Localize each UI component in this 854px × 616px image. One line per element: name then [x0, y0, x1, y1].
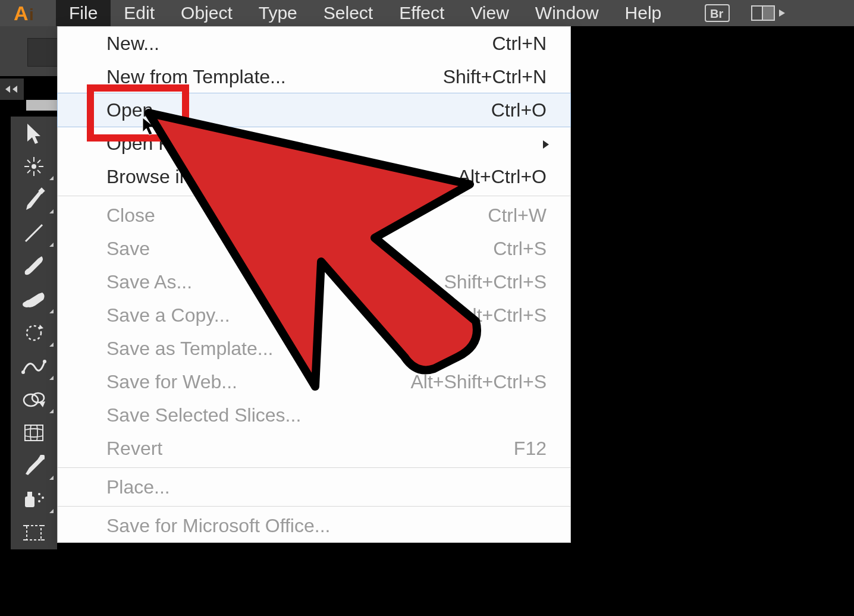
- rotate-tool[interactable]: [11, 316, 57, 350]
- blob-brush-tool[interactable]: [11, 283, 57, 316]
- file-menu-open-recent-files[interactable]: Open Recent Files: [58, 127, 570, 160]
- tool-flyout-indicator-icon: [49, 176, 54, 180]
- artboard-tool[interactable]: [11, 516, 57, 549]
- menu-select[interactable]: Select: [310, 0, 386, 26]
- menu-item-label: Save a Copy...: [106, 304, 460, 326]
- svg-rect-34: [27, 492, 32, 498]
- menu-file[interactable]: File: [56, 0, 111, 26]
- file-menu-place: Place...: [58, 470, 570, 504]
- menu-item-label: Close: [106, 205, 488, 227]
- eyedropper-tool[interactable]: [11, 450, 57, 483]
- file-menu-save-for-web: Save for Web...Alt+Shift+Ctrl+S: [58, 365, 570, 398]
- magic-wand-tool[interactable]: [11, 150, 57, 183]
- tools-panel: [11, 117, 57, 549]
- svg-point-36: [42, 496, 44, 499]
- file-menu-save: SaveCtrl+S: [58, 232, 570, 265]
- file-menu-save-as: Save As...Shift+Ctrl+S: [58, 265, 570, 298]
- menu-view[interactable]: View: [457, 0, 522, 26]
- shape-builder-tool[interactable]: [11, 383, 57, 416]
- svg-text:A: A: [14, 2, 29, 24]
- svg-text:i: i: [29, 5, 34, 24]
- menu-item-label: Place...: [106, 476, 547, 498]
- menu-item-label: Save for Microsoft Office...: [106, 515, 547, 537]
- file-menu-save-for-microsoft-office: Save for Microsoft Office...: [58, 509, 570, 542]
- tool-flyout-indicator-icon: [49, 376, 54, 380]
- bridge-icon[interactable]: Br: [704, 2, 730, 24]
- menu-label: Edit: [124, 3, 155, 23]
- menu-item-label: Open Recent Files: [106, 133, 542, 155]
- svg-point-28: [24, 394, 38, 406]
- tool-flyout-indicator-icon: [49, 476, 54, 480]
- file-menu-save-selected-slices: Save Selected Slices...: [58, 398, 570, 432]
- paintbrush-tool[interactable]: [11, 250, 57, 283]
- file-menu-dropdown: New...Ctrl+NNew from Template...Shift+Ct…: [57, 26, 571, 543]
- symbol-sprayer-tool[interactable]: [11, 483, 57, 516]
- svg-point-26: [21, 370, 25, 374]
- file-menu-close: CloseCtrl+W: [58, 199, 570, 232]
- menu-item-label: New...: [106, 33, 492, 55]
- menu-item-shortcut: Ctrl+O: [491, 99, 547, 121]
- svg-marker-9: [5, 86, 10, 93]
- svg-line-19: [27, 170, 30, 173]
- menu-help[interactable]: Help: [612, 0, 675, 26]
- svg-point-24: [27, 326, 41, 340]
- menu-divider: [58, 506, 570, 507]
- width-tool[interactable]: [11, 350, 57, 383]
- mesh-tool[interactable]: [11, 416, 57, 450]
- menu-label: Type: [259, 3, 297, 23]
- menu-object[interactable]: Object: [168, 0, 246, 26]
- svg-line-17: [37, 170, 40, 173]
- tool-flyout-indicator-icon: [49, 342, 54, 347]
- menu-item-label: Revert: [106, 438, 514, 460]
- file-menu-revert: RevertF12: [58, 432, 570, 465]
- svg-point-37: [38, 500, 40, 502]
- menu-item-label: Save: [106, 238, 493, 260]
- menu-item-shortcut: Alt+Ctrl+S: [460, 304, 547, 326]
- menu-item-shortcut: Shift+Ctrl+S: [444, 271, 547, 293]
- menu-item-label: Save Selected Slices...: [106, 404, 547, 426]
- file-menu-browse-in-bridge[interactable]: Browse in Bridge...Alt+Ctrl+O: [58, 160, 570, 193]
- menu-label: View: [470, 3, 508, 23]
- menu-item-label: Open...: [106, 99, 491, 121]
- menu-edit[interactable]: Edit: [111, 0, 168, 26]
- menu-item-shortcut: Alt+Shift+Ctrl+S: [410, 371, 547, 393]
- menu-divider: [58, 467, 570, 468]
- menu-effect[interactable]: Effect: [386, 0, 457, 26]
- svg-rect-31: [25, 425, 43, 441]
- svg-line-22: [26, 225, 42, 241]
- menu-label: Help: [625, 3, 662, 23]
- svg-rect-33: [25, 496, 34, 507]
- menu-label: Select: [324, 3, 373, 23]
- menu-divider: [58, 196, 570, 196]
- tool-flyout-indicator-icon: [49, 209, 54, 213]
- menu-item-shortcut: Ctrl+N: [492, 33, 547, 55]
- file-menu-new-from-template[interactable]: New from Template...Shift+Ctrl+N: [58, 60, 570, 93]
- svg-marker-25: [39, 325, 43, 329]
- file-menu-new[interactable]: New...Ctrl+N: [58, 27, 570, 60]
- file-menu-save-a-copy: Save a Copy...Alt+Ctrl+S: [58, 298, 570, 332]
- arrange-documents-icon[interactable]: [751, 2, 787, 24]
- pen-tool[interactable]: [11, 183, 57, 216]
- svg-line-16: [27, 160, 30, 163]
- menu-item-shortcut: Shift+Ctrl+N: [443, 66, 547, 88]
- menubar-right-icons: Br: [704, 0, 787, 26]
- menubar: A i FileEditObjectTypeSelectEffectViewWi…: [0, 0, 854, 26]
- svg-marker-11: [27, 124, 40, 144]
- svg-rect-7: [762, 6, 774, 20]
- file-menu-open[interactable]: Open...Ctrl+O: [57, 93, 571, 127]
- menu-item-shortcut: F12: [514, 438, 547, 460]
- svg-marker-8: [779, 10, 785, 17]
- menu-item-label: Browse in Bridge...: [106, 166, 458, 188]
- tool-flyout-indicator-icon: [49, 243, 54, 247]
- menu-type[interactable]: Type: [246, 0, 310, 26]
- line-segment-tool[interactable]: [11, 216, 57, 250]
- svg-text:Br: Br: [710, 7, 723, 20]
- panel-collapse-handle[interactable]: [0, 78, 24, 100]
- menu-label: File: [69, 3, 98, 23]
- selection-tool[interactable]: [11, 117, 57, 150]
- menu-item-label: Save as Template...: [106, 338, 547, 360]
- svg-marker-43: [543, 140, 549, 149]
- file-menu-save-as-template: Save as Template...: [58, 332, 570, 365]
- svg-rect-38: [27, 526, 41, 540]
- menu-window[interactable]: Window: [522, 0, 612, 26]
